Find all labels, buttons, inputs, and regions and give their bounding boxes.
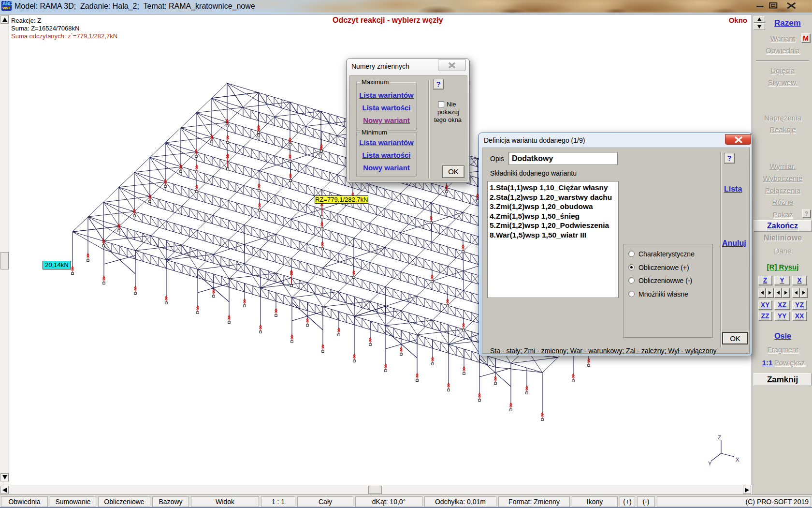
svg-text:Y: Y (708, 461, 712, 466)
svg-text:Z: Z (718, 434, 721, 440)
svg-text:X: X (736, 457, 740, 463)
